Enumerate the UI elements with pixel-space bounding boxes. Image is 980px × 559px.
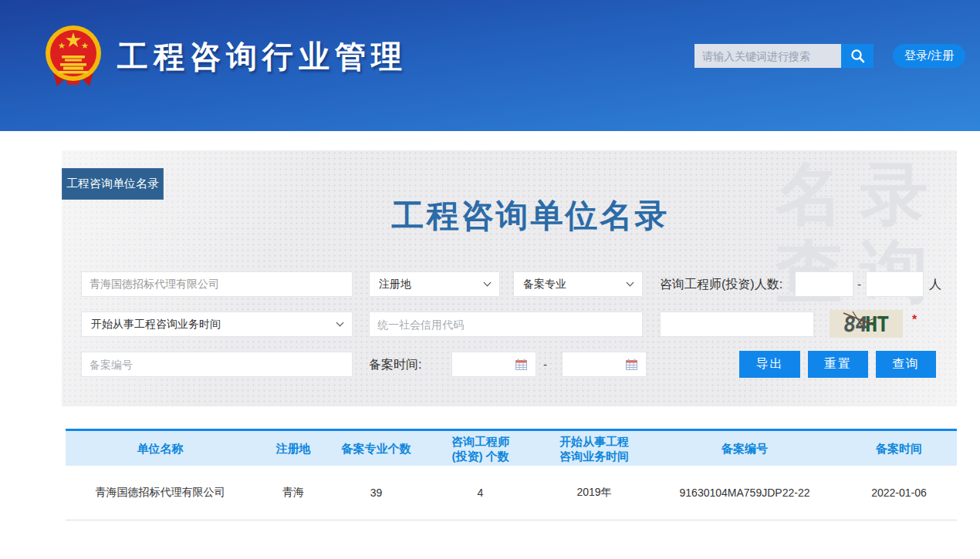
export-button[interactable]: 导出 xyxy=(739,351,800,378)
column-header-filing-time: 备案时间 xyxy=(841,431,957,466)
captcha-required-mark: * xyxy=(912,313,917,327)
national-emblem-icon xyxy=(45,25,102,88)
engineer-count-max-input[interactable] xyxy=(866,271,924,297)
captcha-input[interactable] xyxy=(660,311,814,337)
column-header-start-time: 开始从事工程 咨询业务时间 xyxy=(540,431,648,466)
table-header-row: 单位名称 注册地 备案专业个数 咨询工程师 (投资) 个数 开始从事工程 咨询业… xyxy=(66,429,957,466)
credit-code-input[interactable] xyxy=(369,311,643,337)
national-emblem-logo xyxy=(45,25,102,88)
cell-start-year: 2019年 xyxy=(540,466,648,520)
filing-time-label: 备案时间: xyxy=(369,352,421,377)
filing-specialty-select-value: 备案专业 xyxy=(523,278,566,291)
chevron-down-icon xyxy=(484,279,492,287)
company-name-input[interactable] xyxy=(81,271,353,297)
search-input[interactable] xyxy=(694,44,841,68)
cell-place: 青海 xyxy=(255,466,332,520)
cell-filing-no: 91630104MA759JDP22-22 xyxy=(648,466,841,520)
column-header-unit-name: 单位名称 xyxy=(66,431,255,466)
directory-panel: 名录 查询 工程咨询单位名录 工程咨询单位名录 注册地 备案专业 咨询工程师(投… xyxy=(62,150,957,406)
query-button[interactable]: 查询 xyxy=(876,351,936,378)
calendar-icon[interactable] xyxy=(626,359,637,373)
column-header-place: 注册地 xyxy=(255,431,332,466)
captcha-noise-lines xyxy=(830,310,903,338)
search-icon xyxy=(850,49,865,63)
start-time-select[interactable]: 开始从事工程咨询业务时间 xyxy=(81,311,353,337)
results-table: 单位名称 注册地 备案专业个数 咨询工程师 (投资) 个数 开始从事工程 咨询业… xyxy=(66,429,957,520)
site-header: 工程咨询行业管理 登录/注册 xyxy=(0,0,980,131)
panel-title: 工程咨询单位名录 xyxy=(62,194,957,237)
reset-button[interactable]: 重置 xyxy=(808,351,868,378)
engineer-count-label: 咨询工程师(投资)人数: xyxy=(660,271,782,297)
filing-number-input[interactable] xyxy=(81,352,353,377)
registered-place-select[interactable]: 注册地 xyxy=(369,271,500,297)
cell-specialty-count: 39 xyxy=(332,466,421,520)
person-unit-label: 人 xyxy=(929,271,941,297)
calendar-icon[interactable] xyxy=(515,359,527,373)
engineer-range-dash: - xyxy=(857,271,861,297)
cell-filing-date: 2022-01-06 xyxy=(841,466,957,520)
filing-date-range-dash: - xyxy=(543,352,547,377)
engineer-count-min-input[interactable] xyxy=(795,271,853,297)
column-header-specialty-count: 备案专业个数 xyxy=(332,431,421,466)
cell-engineer-count: 4 xyxy=(421,466,540,520)
registered-place-select-value: 注册地 xyxy=(379,278,411,291)
captcha-image[interactable]: 84 HT xyxy=(830,310,903,338)
cell-unit-name: 青海国德招标代理有限公司 xyxy=(66,466,255,520)
column-header-engineer-count: 咨询工程师 (投资) 个数 xyxy=(421,431,540,466)
table-row: 青海国德招标代理有限公司 青海 39 4 2019年 91630104MA759… xyxy=(66,466,957,520)
login-register-button[interactable]: 登录/注册 xyxy=(893,44,965,68)
chevron-down-icon xyxy=(627,279,634,287)
start-time-select-value: 开始从事工程咨询业务时间 xyxy=(91,318,221,332)
filing-specialty-select[interactable]: 备案专业 xyxy=(513,271,643,297)
site-title: 工程咨询行业管理 xyxy=(117,35,407,78)
search-button[interactable] xyxy=(841,44,874,68)
chevron-down-icon xyxy=(336,319,344,327)
column-header-filing-no: 备案编号 xyxy=(648,431,841,466)
tab-directory[interactable]: 工程咨询单位名录 xyxy=(62,168,164,200)
